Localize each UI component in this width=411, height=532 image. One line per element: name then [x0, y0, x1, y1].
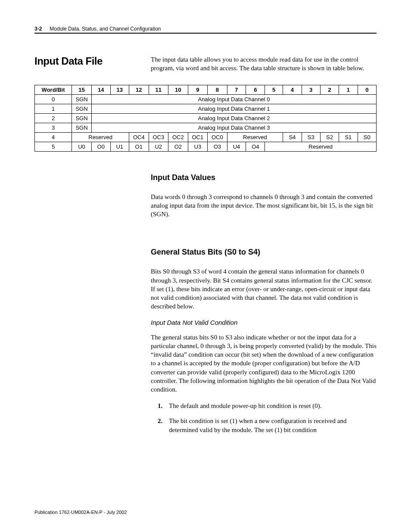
body-paragraph: Bits S0 through S3 of word 4 contain the…: [151, 267, 377, 311]
bit-cell: OC0: [208, 132, 227, 142]
table-row: 5 U0 O0 U1 O1 U2 O2 U3 O3 U4 O4 Reserved: [35, 142, 377, 151]
table-row: 4 Reserved OC4 OC3 OC2 OC1 OC0 Reserved …: [35, 132, 377, 142]
body-paragraph: Data words 0 through 3 correspond to cha…: [151, 193, 377, 219]
bit-cell: U1: [110, 142, 129, 151]
intro-paragraph: The input data table allows you to acces…: [151, 55, 377, 73]
bit-cell: O2: [168, 142, 188, 151]
publication-footer: Publication 1762-UM002A-EN-P - July 2002: [34, 510, 127, 515]
reserved-cell: Reserved: [72, 132, 129, 142]
list-text: The bit condition is set (1) when a new …: [169, 417, 377, 435]
general-status-section: General Status Bits (S0 to S4) Bits S0 t…: [34, 248, 377, 441]
list-number: 2.: [158, 417, 165, 435]
body-paragraph: The general status bits S0 to S3 also in…: [151, 333, 377, 394]
bit-cell: O1: [129, 142, 149, 151]
numbered-list: 1. The default and module power-up bit c…: [158, 401, 377, 435]
col-header: 10: [168, 85, 188, 94]
data-channel-cell: Analog Input Data Channel 0: [91, 94, 376, 104]
bit-cell: O0: [91, 142, 110, 151]
bit-cell: O4: [246, 142, 265, 151]
page-number: 3-2: [34, 26, 42, 32]
bit-cell: OC2: [168, 132, 188, 142]
input-data-values-section: Input Data Values Data words 0 through 3…: [34, 173, 377, 227]
section-heading: Input Data File: [34, 55, 151, 67]
data-channel-cell: Analog Input Data Channel 3: [91, 123, 376, 132]
col-header: 12: [129, 85, 149, 94]
col-header: 11: [149, 85, 168, 94]
sgn-cell: SGN: [72, 104, 92, 113]
list-number: 1.: [158, 401, 165, 411]
table-row: 2 SGN Analog Input Data Channel 2: [35, 113, 377, 123]
word-cell: 0: [35, 94, 72, 104]
subsection-heading: Input Data Values: [151, 173, 377, 182]
bit-cell: O3: [208, 142, 227, 151]
data-channel-cell: Analog Input Data Channel 2: [91, 113, 376, 123]
word-cell: 4: [35, 132, 72, 142]
reserved-cell: Reserved: [227, 132, 283, 142]
col-header: 13: [110, 85, 129, 94]
col-header: 1: [339, 85, 358, 94]
bit-cell: U2: [149, 142, 168, 151]
title-intro-row: Input Data File The input data table all…: [34, 55, 377, 73]
col-header: 15: [72, 85, 92, 94]
sgn-cell: SGN: [72, 113, 92, 123]
document-page: 3-2 Module Data, Status, and Channel Con…: [0, 0, 411, 532]
col-header: 9: [188, 85, 208, 94]
list-text: The default and module power-up bit cond…: [169, 401, 322, 411]
col-header: 5: [265, 85, 283, 94]
table-row: 3 SGN Analog Input Data Channel 3: [35, 123, 377, 132]
col-header: 2: [320, 85, 339, 94]
col-header: 14: [91, 85, 110, 94]
table-row: 1 SGN Analog Input Data Channel 1: [35, 104, 377, 113]
table-row: 0 SGN Analog Input Data Channel 0: [35, 94, 377, 104]
word-cell: 1: [35, 104, 72, 113]
col-header: 7: [227, 85, 246, 94]
running-header: 3-2 Module Data, Status, and Channel Con…: [34, 26, 377, 32]
col-header: 3: [302, 85, 320, 94]
bit-cell: S0: [358, 132, 376, 142]
bit-cell: U0: [72, 142, 92, 151]
col-header: Word/Bit: [35, 85, 72, 94]
bit-cell: OC4: [129, 132, 149, 142]
bit-cell: S3: [302, 132, 320, 142]
sgn-cell: SGN: [72, 123, 92, 132]
bit-cell: OC1: [188, 132, 208, 142]
subsection-heading: General Status Bits (S0 to S4): [151, 248, 377, 257]
bit-cell: S4: [283, 132, 302, 142]
chapter-title: Module Data, Status, and Channel Configu…: [50, 26, 161, 32]
bit-cell: S1: [339, 132, 358, 142]
sgn-cell: SGN: [72, 94, 92, 104]
header-rule: [34, 33, 377, 34]
list-item: 1. The default and module power-up bit c…: [158, 401, 377, 411]
bit-cell: OC3: [149, 132, 168, 142]
bit-cell: S2: [320, 132, 339, 142]
sub-subsection-heading: Input Data Not Valid Condition: [151, 319, 377, 326]
col-header: 4: [283, 85, 302, 94]
word-cell: 3: [35, 123, 72, 132]
bit-cell: U4: [227, 142, 246, 151]
bit-cell: U3: [188, 142, 208, 151]
col-header: 8: [208, 85, 227, 94]
table-header-row: Word/Bit 15 14 13 12 11 10 9 8 7 6 5 4 3…: [35, 85, 377, 94]
word-cell: 5: [35, 142, 72, 151]
col-header: 6: [246, 85, 265, 94]
reserved-cell: Reserved: [265, 142, 377, 151]
word-cell: 2: [35, 113, 72, 123]
data-channel-cell: Analog Input Data Channel 1: [91, 104, 376, 113]
col-header: 0: [358, 85, 376, 94]
list-item: 2. The bit condition is set (1) when a n…: [158, 417, 377, 435]
input-data-file-table: Word/Bit 15 14 13 12 11 10 9 8 7 6 5 4 3…: [34, 85, 377, 152]
